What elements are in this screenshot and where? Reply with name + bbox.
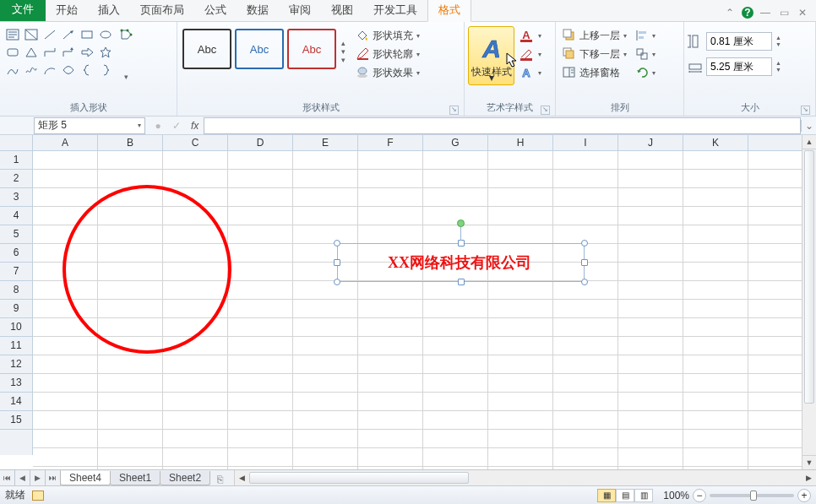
scroll-right-icon[interactable]: ▶	[802, 470, 816, 485]
tab-data[interactable]: 数据	[237, 0, 279, 21]
row-header[interactable]: 5	[0, 225, 32, 244]
sheet-nav-prev-icon[interactable]: ◀	[15, 470, 30, 485]
send-backward-button[interactable]: 下移一层▾	[559, 45, 630, 63]
row-header[interactable]: 10	[0, 318, 32, 337]
formula-expand-icon[interactable]: ⌄	[801, 120, 816, 132]
resize-handle-se[interactable]	[581, 279, 588, 285]
bring-forward-button[interactable]: 上移一层▾	[559, 26, 630, 45]
help-icon[interactable]: ?	[742, 7, 753, 19]
resize-handle-e[interactable]	[581, 259, 588, 266]
wordart-launcher-icon[interactable]: ↘	[541, 106, 550, 115]
col-header[interactable]: J	[618, 135, 683, 150]
row-header[interactable]: 2	[0, 170, 32, 188]
tab-format[interactable]: 格式	[427, 0, 471, 22]
shape-width-input[interactable]	[706, 57, 772, 76]
tab-insert[interactable]: 插入	[88, 0, 130, 21]
shape-rect-slash-icon[interactable]	[22, 26, 40, 43]
fx-icon[interactable]: fx	[186, 120, 204, 132]
text-fill-button[interactable]: A▾	[518, 26, 543, 45]
shape-right-arrow-icon[interactable]	[78, 44, 95, 61]
resize-handle-ne[interactable]	[581, 240, 588, 247]
row-header[interactable]: 8	[0, 281, 32, 300]
shape-style-3[interactable]: Abc	[287, 29, 336, 69]
rotate-handle[interactable]	[457, 219, 465, 227]
shape-curve-icon[interactable]	[59, 62, 77, 79]
shape-scribble-icon[interactable]	[22, 62, 40, 79]
width-spinner[interactable]: ▲▼	[775, 60, 781, 73]
tab-page-layout[interactable]: 页面布局	[130, 0, 194, 21]
row-header[interactable]: 3	[0, 188, 32, 207]
window-restore-icon[interactable]: ▭	[777, 6, 791, 19]
shape-elbow-icon[interactable]	[41, 44, 58, 61]
col-header[interactable]: C	[163, 135, 228, 150]
zoom-slider-knob[interactable]	[750, 490, 757, 501]
style-gallery-down-icon[interactable]: ▾	[341, 47, 345, 56]
row-header[interactable]: 11	[0, 337, 32, 355]
shape-elbow-arrow-icon[interactable]	[59, 44, 77, 61]
sheet-tab-sheet1[interactable]: Sheet1	[110, 471, 160, 485]
zoom-out-icon[interactable]: −	[693, 489, 706, 502]
shape-textbox-icon[interactable]	[3, 26, 21, 43]
quick-styles-button[interactable]: A 快速样式 ▾	[468, 26, 514, 85]
row-header[interactable]: 6	[0, 244, 32, 263]
sheet-nav-first-icon[interactable]: ⏮	[0, 470, 15, 485]
fx-cancel-icon[interactable]: ●	[149, 120, 167, 132]
resize-handle-nw[interactable]	[334, 240, 340, 247]
col-header[interactable]: I	[553, 135, 618, 150]
shape-arc-icon[interactable]	[41, 62, 58, 79]
view-normal-icon[interactable]: ▦	[597, 489, 616, 502]
height-spinner[interactable]: ▲▼	[775, 35, 781, 48]
resize-handle-w[interactable]	[334, 259, 340, 266]
tab-developer[interactable]: 开发工具	[363, 0, 427, 21]
shape-height-input[interactable]	[706, 32, 772, 51]
col-header[interactable]: D	[228, 135, 293, 150]
tab-review[interactable]: 审阅	[279, 0, 321, 21]
tab-formulas[interactable]: 公式	[194, 0, 237, 21]
col-header[interactable]: H	[488, 135, 553, 150]
tab-view[interactable]: 视图	[321, 0, 363, 21]
text-outline-button[interactable]: ▾	[518, 45, 543, 63]
rotate-button[interactable]: ▾	[634, 63, 657, 82]
column-headers[interactable]: A B C D E F G H I J K	[33, 135, 802, 151]
tab-file[interactable]: 文件	[0, 0, 46, 21]
wordart-shape[interactable]: XX网络科技有限公司	[358, 248, 561, 277]
horizontal-scrollbar[interactable]: ◀ ▶	[234, 470, 816, 485]
shape-gallery[interactable]	[3, 26, 114, 79]
col-header[interactable]: B	[98, 135, 163, 150]
shape-star-icon[interactable]	[96, 44, 114, 61]
vertical-scrollbar[interactable]: ▲ ▼	[802, 135, 816, 469]
group-button[interactable]: ▾	[634, 45, 657, 63]
view-pagebreak-icon[interactable]: ▥	[634, 489, 653, 502]
col-header[interactable]: F	[358, 135, 423, 150]
col-header[interactable]: E	[293, 135, 358, 150]
col-header[interactable]: A	[33, 135, 98, 150]
selection-pane-button[interactable]: 选择窗格	[559, 63, 630, 82]
align-button[interactable]: ▾	[634, 26, 657, 45]
scroll-up-icon[interactable]: ▲	[802, 135, 816, 149]
shape-line-icon[interactable]	[41, 26, 58, 43]
zoom-slider[interactable]	[710, 494, 794, 497]
edit-shape-icon[interactable]	[117, 26, 135, 43]
shape-style-2[interactable]: Abc	[235, 29, 284, 69]
shape-outline-button[interactable]: 形状轮廓▾	[352, 45, 423, 63]
shape-fill-button[interactable]: 形状填充▾	[352, 26, 423, 45]
sheet-nav-last-icon[interactable]: ⏭	[46, 470, 61, 485]
name-box[interactable]: 矩形 5▾	[34, 117, 145, 134]
shape-styles-launcher-icon[interactable]: ↘	[449, 106, 459, 115]
shape-rect-icon[interactable]	[78, 26, 95, 43]
cells-area[interactable]: XX网络科技有限公司	[33, 151, 802, 469]
row-headers[interactable]: 1 2 3 4 5 6 7 8 9 10 11 12 13 14 15	[0, 151, 33, 455]
hscroll-thumb[interactable]	[249, 472, 469, 484]
sheet-tab-sheet4[interactable]: Sheet4	[60, 471, 111, 485]
shape-effects-button[interactable]: 形状效果▾	[352, 63, 423, 82]
fx-enter-icon[interactable]: ✓	[167, 120, 186, 132]
col-header[interactable]: G	[423, 135, 488, 150]
macro-record-icon[interactable]	[32, 490, 44, 501]
tab-home[interactable]: 开始	[46, 0, 88, 21]
shape-rbrace-icon[interactable]	[96, 62, 114, 79]
resize-handle-s[interactable]	[458, 279, 465, 285]
view-layout-icon[interactable]: ▤	[616, 489, 634, 502]
zoom-in-icon[interactable]: +	[797, 489, 811, 502]
ribbon-min-icon[interactable]: ⌃	[723, 6, 737, 19]
resize-handle-n[interactable]	[458, 240, 465, 247]
